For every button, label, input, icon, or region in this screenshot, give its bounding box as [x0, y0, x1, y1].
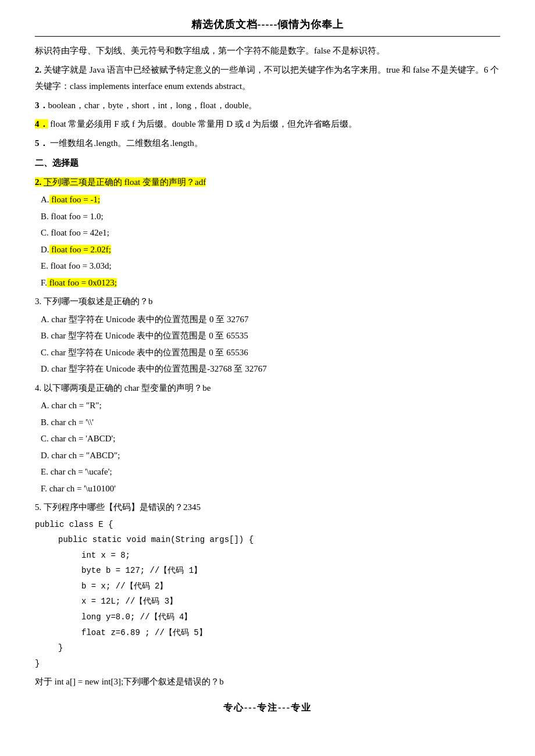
code-line-8: float z=6.89 ; //【代码 5】	[81, 625, 500, 641]
intro-para-5: 5． 一维数组名.length。二维数组名.length。	[35, 135, 500, 152]
q4-option-e-text: E. char ch = '\ucafe';	[41, 467, 112, 476]
code-line-10: }	[35, 656, 500, 672]
q5-text: 5. 下列程序中哪些【代码】是错误的？2345	[35, 502, 201, 512]
q3-option-c: C. char 型字符在 Unicode 表中的位置范围是 0 至 65536	[41, 344, 500, 361]
q2-option-c-label: C. float foo = 42e1;	[41, 228, 109, 237]
q4-option-f: F. char ch = '\u10100'	[41, 480, 500, 497]
intro-p4-prefix: 4．	[35, 119, 48, 129]
q4-option-d-text: D. char ch = ″ABCD″;	[41, 451, 120, 460]
q3-option-c-text: C. char 型字符在 Unicode 表中的位置范围是 0 至 65536	[41, 348, 248, 357]
question-5: 5. 下列程序中哪些【代码】是错误的？2345	[35, 499, 500, 516]
q3-option-a-text: A. char 型字符在 Unicode 表中的位置范围是 0 至 32767	[41, 315, 248, 324]
page-title: 精选优质文档-----倾情为你奉上	[35, 17, 500, 31]
q2-option-e-label: E. float foo = 3.03d;	[41, 261, 112, 270]
q2-option-f: F. float foo = 0x0123;	[41, 274, 500, 291]
intro-para-3: 3．boolean，char，byte，short，int，long，float…	[35, 97, 500, 114]
q4-option-d: D. char ch = ″ABCD″;	[41, 447, 500, 464]
section-two-title: 二、选择题	[35, 155, 500, 172]
code-line-6: x = 12L; //【代码 3】	[81, 594, 500, 609]
q3-option-d-text: D. char 型字符在 Unicode 表中的位置范围是-32768 至 32…	[41, 364, 267, 373]
footer: 专心---专注---专业	[35, 702, 500, 714]
code-line-2: public static void main(String args[]) {	[58, 532, 500, 548]
q2-option-d-text: float foo = 2.02f;	[49, 245, 111, 254]
code-line-3: int x = 8;	[81, 548, 500, 564]
divider	[35, 36, 500, 37]
q2-option-d: D. float foo = 2.02f;	[41, 241, 500, 258]
intro-text-3: boolean，char，byte，short，int，long，float，d…	[48, 101, 258, 110]
q6-text: 对于 int a[] = new int[3];下列哪个叙述是错误的？b	[35, 677, 224, 686]
q4-option-e: E. char ch = '\ucafe';	[41, 463, 500, 480]
q2-option-c: C. float foo = 42e1;	[41, 224, 500, 241]
intro-p3-prefix: 3．	[35, 101, 48, 110]
q4-option-f-text: F. char ch = '\u10100'	[41, 484, 116, 493]
intro-para-4: 4． float 常量必须用 F 或 f 为后缀。double 常量用 D 或 …	[35, 116, 500, 133]
intro-text-5: 一维数组名.length。二维数组名.length。	[48, 138, 203, 148]
q2-option-a-label: A.	[41, 195, 49, 204]
q2-label: 2.	[35, 177, 41, 187]
code-line-1: public class E {	[35, 517, 500, 533]
q4-option-c-text: C. char ch = 'ABCD';	[41, 434, 115, 443]
intro-text-2: 关键字就是 Java 语言中已经被赋予特定意义的一些单词，不可以把关键字作为名字…	[35, 65, 499, 91]
q2-text: 下列哪三项是正确的 float 变量的声明？adf	[41, 177, 206, 187]
question-3: 3. 下列哪一项叙述是正确的？b	[35, 293, 500, 310]
q2-option-d-label: D.	[41, 245, 49, 254]
q4-option-b-text: B. char ch = '\\'	[41, 418, 94, 427]
q3-option-b: B. char 型字符在 Unicode 表中的位置范围是 0 至 65535	[41, 327, 500, 344]
q4-option-a-text: A. char ch = ″R″;	[41, 401, 102, 410]
main-content: 标识符由字母、下划线、美元符号和数字组成，第一个字符不能是数字。false 不是…	[35, 42, 500, 690]
code-block: public class E { public static void main…	[35, 517, 500, 672]
q4-option-a: A. char ch = ″R″;	[41, 397, 500, 414]
q3-option-d: D. char 型字符在 Unicode 表中的位置范围是-32768 至 32…	[41, 361, 500, 377]
q2-option-b-label: B. float foo = 1.0;	[41, 212, 104, 221]
q4-option-c: C. char ch = 'ABCD';	[41, 430, 500, 447]
q4-text: 4. 以下哪两项是正确的 char 型变量的声明？be	[35, 383, 211, 393]
q3-text: 3. 下列哪一项叙述是正确的？b	[35, 297, 153, 306]
q2-option-f-label: F.	[41, 278, 47, 287]
intro-para-1: 标识符由字母、下划线、美元符号和数字组成，第一个字符不能是数字。false 不是…	[35, 42, 500, 59]
code-line-5: b = x; //【代码 2】	[81, 579, 500, 594]
intro-p2-prefix: 2.	[35, 65, 41, 74]
q2-option-a: A. float foo = -1;	[41, 191, 500, 208]
q2-underline-char: 下列哪三项是正确的 float 变量的声明？adf	[41, 177, 206, 187]
code-line-7: long y=8.0; //【代码 4】	[81, 609, 500, 625]
intro-para-2: 2. 关键字就是 Java 语言中已经被赋予特定意义的一些单词，不可以把关键字作…	[35, 62, 500, 95]
q4-option-b: B. char ch = '\\'	[41, 414, 500, 431]
intro-text-4: float 常量必须用 F 或 f 为后缀。double 常量用 D 或 d 为…	[48, 119, 357, 129]
q2-option-a-text: float foo = -1;	[49, 195, 101, 204]
code-line-9: }	[58, 640, 500, 656]
q2-option-f-text: float foo = 0x0123;	[47, 278, 117, 287]
question-2: 2. 下列哪三项是正确的 float 变量的声明？adf	[35, 174, 500, 191]
q3-option-a: A. char 型字符在 Unicode 表中的位置范围是 0 至 32767	[41, 311, 500, 328]
q3-option-b-text: B. char 型字符在 Unicode 表中的位置范围是 0 至 65535	[41, 331, 248, 340]
q2-option-e: E. float foo = 3.03d;	[41, 258, 500, 274]
intro-text-1: 标识符由字母、下划线、美元符号和数字组成，第一个字符不能是数字。false 不是…	[35, 46, 385, 55]
q2-option-b: B. float foo = 1.0;	[41, 208, 500, 225]
code-line-4: byte b = 127; //【代码 1】	[81, 563, 500, 579]
intro-p5-prefix: 5．	[35, 138, 48, 148]
question-6: 对于 int a[] = new int[3];下列哪个叙述是错误的？b	[35, 673, 500, 690]
question-4: 4. 以下哪两项是正确的 char 型变量的声明？be	[35, 380, 500, 397]
